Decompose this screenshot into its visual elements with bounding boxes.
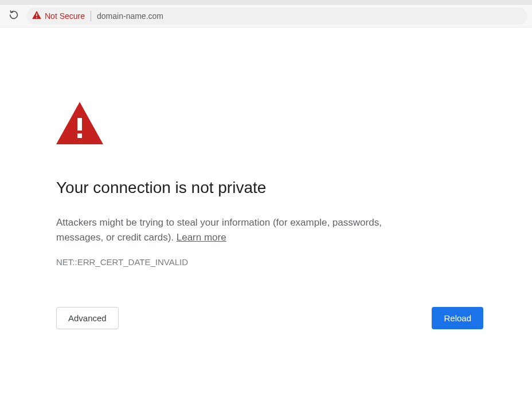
- svg-rect-5: [77, 133, 82, 138]
- svg-rect-4: [77, 118, 82, 131]
- advanced-button[interactable]: Advanced: [56, 307, 119, 329]
- security-status-text: Not Secure: [45, 11, 85, 21]
- button-row: Advanced Reload: [56, 307, 483, 329]
- warning-big-icon: [56, 102, 103, 144]
- browser-toolbar: Not Secure domain-name.com: [0, 5, 532, 27]
- svg-rect-1: [36, 13, 37, 16]
- window-top-strip: [0, 0, 532, 5]
- security-indicator[interactable]: Not Secure: [32, 11, 91, 21]
- reload-icon: [9, 10, 19, 22]
- address-bar[interactable]: Not Secure domain-name.com: [26, 7, 527, 25]
- reload-toolbar-button[interactable]: [5, 7, 23, 25]
- reload-button[interactable]: Reload: [432, 307, 483, 329]
- warning-triangle-icon: [32, 11, 41, 21]
- interstitial-content: Your connection is not private Attackers…: [0, 27, 532, 329]
- error-code: NET::ERR_CERT_DATE_INVALID: [56, 257, 483, 267]
- url-text: domain-name.com: [97, 11, 163, 21]
- learn-more-link[interactable]: Learn more: [177, 232, 226, 243]
- warning-heading: Your connection is not private: [56, 179, 483, 197]
- warning-description: Attackers might be trying to steal your …: [56, 215, 389, 246]
- svg-rect-2: [36, 17, 37, 18]
